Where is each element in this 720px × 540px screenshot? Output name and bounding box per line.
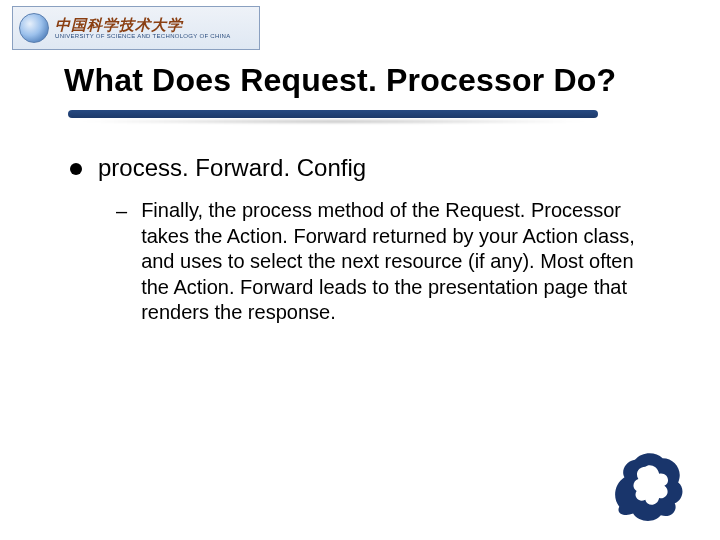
bullet-level1-text: process. Forward. Config: [98, 154, 366, 182]
bullet-level2-text: Finally, the process method of the Reque…: [141, 198, 641, 326]
logo-chinese: 中国科学技术大学: [55, 17, 231, 33]
bullet-level1: process. Forward. Config: [70, 154, 660, 182]
title-underline: [68, 110, 598, 122]
logo-english: UNIVERSITY OF SCIENCE AND TECHNOLOGY OF …: [55, 33, 231, 39]
institution-logo: 中国科学技术大学 UNIVERSITY OF SCIENCE AND TECHN…: [12, 6, 260, 50]
slide-title: What Does Request. Processor Do?: [64, 62, 616, 99]
logo-text-block: 中国科学技术大学 UNIVERSITY OF SCIENCE AND TECHN…: [55, 17, 231, 39]
logo-emblem: [19, 13, 49, 43]
bullet-disc-icon: [70, 163, 82, 175]
bullet-dash-icon: –: [116, 198, 127, 224]
bullet-level2: – Finally, the process method of the Req…: [116, 198, 660, 326]
svg-point-0: [650, 472, 653, 475]
slide-body: process. Forward. Config – Finally, the …: [70, 154, 660, 326]
dragon-icon: [602, 446, 692, 524]
